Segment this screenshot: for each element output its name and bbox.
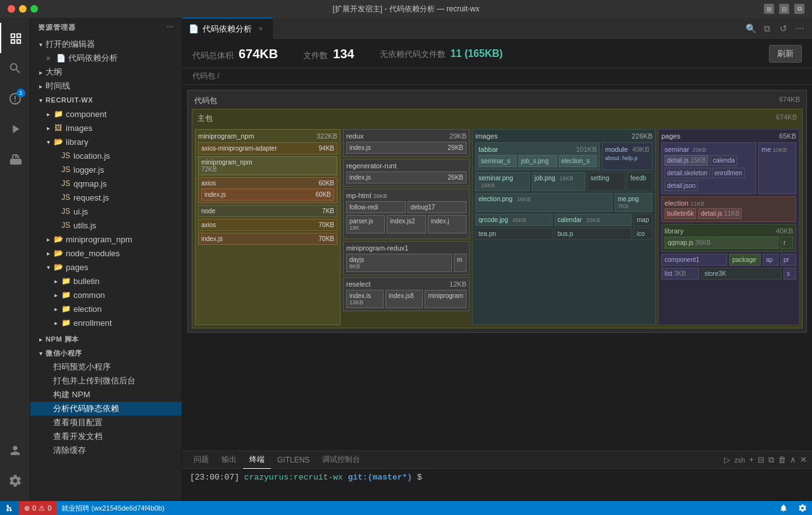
calend-block[interactable]: calenda — [710, 155, 737, 166]
sidebar-item-utilsjs[interactable]: JS utils.js — [30, 218, 182, 232]
sidebar-item-locationjs[interactable]: JS location.js — [30, 149, 182, 163]
ap-block[interactable]: ap — [763, 254, 778, 266]
terminal-expand-icon[interactable]: ⊟ — [758, 455, 765, 464]
status-branch-name[interactable]: 就业招聘 (wx21545de6d74f4b0b) — [56, 501, 170, 515]
sidebar-item-requestjs[interactable]: JS request.js — [30, 190, 182, 204]
election-s-block[interactable]: election_s — [559, 155, 597, 167]
close-button[interactable] — [8, 5, 15, 13]
sidebar-item-library[interactable]: 📂 library — [30, 135, 182, 149]
axios-adapter-block[interactable]: axios-miniprogram-adapter 94KB — [198, 142, 337, 154]
section-outline[interactable]: 大纲 — [30, 65, 182, 79]
tab-debug-console[interactable]: 调试控制台 — [316, 451, 366, 469]
layout-icon[interactable]: ⊞ — [764, 4, 774, 14]
axios-main-block[interactable]: axios 70KB — [198, 219, 337, 231]
list-block[interactable]: list 3KB — [661, 268, 699, 280]
calendar-block[interactable]: calendar 25KB — [554, 214, 632, 226]
treemap-container[interactable]: 代码包 674KB 主包 674KB miniprogram_npm — [182, 85, 812, 450]
wechat-item-project-config[interactable]: 查看项目配置 — [30, 416, 182, 430]
open-file-item[interactable]: ✕ 📄 代码依赖分析 — [30, 51, 182, 65]
m-block[interactable]: m — [454, 254, 466, 272]
close-icon[interactable]: ✕ — [43, 53, 53, 63]
tab-code-analysis[interactable]: 📄 代码依赖分析 × — [182, 18, 273, 39]
section-wechat[interactable]: 微信小程序 — [30, 346, 182, 360]
qqmap-pages-block[interactable]: qqmap.js 36KB — [665, 237, 778, 249]
qrcode-block[interactable]: qrcode.jpg 45KB — [475, 214, 553, 226]
sidebar-item-election[interactable]: 📁 election — [30, 302, 182, 316]
election-png-block[interactable]: election.png 16KB — [475, 193, 613, 212]
setting-block[interactable]: setting — [587, 172, 625, 191]
wechat-item-clear-cache[interactable]: 清除缓存 — [30, 444, 182, 457]
sidebar-item-pages[interactable]: 📂 pages — [30, 260, 182, 274]
job-png-block[interactable]: job.png 16KB — [532, 172, 586, 191]
activity-explorer[interactable] — [0, 23, 30, 53]
detail-json-block[interactable]: detail.json — [665, 180, 698, 191]
sidebar-item-miniprogram-npm[interactable]: 📂 miniprogram_npm — [30, 232, 182, 246]
new-file-icon[interactable]: ⋯ — [166, 23, 174, 32]
r-block[interactable]: r — [780, 237, 793, 249]
indexis-block[interactable]: index.is 13KB — [346, 290, 384, 308]
ico-block[interactable]: ico — [634, 228, 653, 240]
activity-search[interactable] — [0, 53, 30, 84]
split-icon[interactable]: ⧉ — [794, 4, 804, 14]
status-branch-icon[interactable] — [0, 501, 19, 515]
activity-git[interactable]: 3 — [0, 84, 30, 114]
terminal-add-icon[interactable]: + — [749, 455, 754, 464]
tab-problems[interactable]: 问题 — [187, 451, 215, 469]
search-icon[interactable]: 🔍 — [744, 22, 758, 35]
window-controls[interactable] — [8, 5, 38, 13]
wechat-item-upload[interactable]: 打包并上传到微信后台 — [30, 374, 182, 388]
tab-output[interactable]: 输出 — [215, 451, 243, 469]
sidebar-item-enrollment[interactable]: 📁 enrollment — [30, 316, 182, 330]
history-back-icon[interactable]: ↺ — [777, 22, 790, 35]
terminal-up-icon[interactable]: ∧ — [790, 455, 796, 464]
seminar-png-block[interactable]: seminar.png 16KB — [475, 172, 530, 191]
indexjs8-block[interactable]: index.js8 — [385, 290, 423, 308]
indexjs2-block[interactable]: index.js2 — [387, 215, 425, 233]
sidebar-item-loggerjs[interactable]: JS logger.js — [30, 163, 182, 177]
parser-block[interactable]: parser.js 18K — [346, 215, 385, 233]
terminal-run-icon[interactable]: ▷ — [724, 455, 730, 464]
detail-js-block[interactable]: detail.js 15KB — [665, 155, 708, 166]
panel-icon[interactable]: ⊟ — [779, 4, 789, 14]
detail-sk-block[interactable]: detail.skeleton — [665, 168, 710, 178]
sidebar-item-component[interactable]: 📁 component — [30, 107, 182, 121]
enrollmen-block[interactable]: enrollmen — [712, 168, 745, 178]
terminal-close-icon[interactable]: ✕ — [800, 455, 807, 464]
regen-indexjs[interactable]: index.js 26KB — [346, 171, 466, 183]
terminal-trash-icon[interactable]: 🗑 — [778, 455, 786, 464]
wechat-item-docs[interactable]: 查看开发文档 — [30, 430, 182, 444]
sidebar-item-uijs[interactable]: JS ui.js — [30, 204, 182, 218]
sidebar-item-qqmapjs[interactable]: JS qqmap.js — [30, 177, 182, 190]
section-npm-scripts[interactable]: NPM 脚本 — [30, 332, 182, 346]
status-errors[interactable]: ⊗ 0 ⚠ 0 — [19, 501, 56, 515]
bulletin6k-block[interactable]: bulletin6k — [665, 208, 696, 219]
follow-redi-block[interactable]: follow-redi — [346, 201, 406, 213]
status-notifications[interactable] — [774, 501, 793, 515]
pr-block[interactable]: pr — [780, 254, 796, 266]
section-open-editors[interactable]: 打开的编辑器 — [30, 37, 182, 51]
sidebar-item-images[interactable]: 🖼 images — [30, 121, 182, 135]
split-editor-icon[interactable]: ⧉ — [760, 22, 774, 35]
wechat-item-build-npm[interactable]: 构建 NPM — [30, 388, 182, 402]
status-settings[interactable] — [793, 501, 812, 515]
section-recruit-wx[interactable]: RECRUIT-WX — [30, 93, 182, 107]
bus-p-block[interactable]: bus.p — [554, 228, 632, 240]
activity-run[interactable] — [0, 114, 30, 144]
terminal-split-icon[interactable]: ⧉ — [768, 455, 774, 465]
more-actions-icon[interactable]: ⋯ — [793, 22, 807, 35]
axios-sub-block[interactable]: axios 60KB index.js 60KB — [198, 177, 337, 203]
section-timeline[interactable]: 时间线 — [30, 79, 182, 93]
dayjs-block[interactable]: dayjs 8KB — [346, 254, 452, 272]
map-block[interactable]: map — [634, 214, 653, 226]
store3k-block[interactable]: store3K — [701, 268, 782, 280]
feedb-block[interactable]: feedb — [627, 172, 653, 191]
indexj-block[interactable]: index.j — [428, 215, 466, 233]
me-png-block[interactable]: me.png 7KB — [615, 193, 653, 212]
tab-terminal[interactable]: 终端 — [243, 451, 271, 469]
tab-close-button[interactable]: × — [256, 24, 266, 34]
index-js-main[interactable]: index.js 70KB — [198, 233, 337, 245]
component1-block[interactable]: component1 — [661, 254, 727, 266]
sidebar-item-common[interactable]: 📁 common — [30, 288, 182, 302]
miniprogram-npm-sub[interactable]: miniprogram_npm 72KB — [198, 156, 337, 175]
activity-extensions[interactable] — [0, 144, 30, 175]
